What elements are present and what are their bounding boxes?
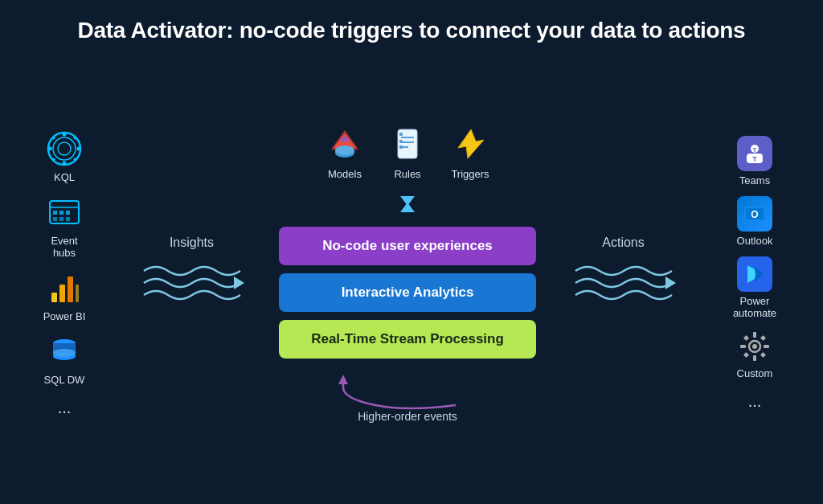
action-teams: T T Teams: [737, 136, 772, 186]
svg-point-6: [77, 147, 81, 151]
svg-point-5: [48, 147, 52, 151]
source-kql: KQL: [45, 129, 84, 183]
higher-order-section: Higher-order events: [327, 371, 488, 423]
models-item: Models: [326, 125, 364, 180]
svg-rect-14: [59, 211, 63, 215]
triggers-icon: [451, 125, 489, 163]
svg-point-27: [53, 349, 76, 357]
svg-text:T: T: [753, 146, 757, 154]
svg-rect-64: [760, 352, 766, 358]
left-sources-column: KQL Event hubs: [24, 129, 104, 417]
svg-rect-63: [743, 352, 749, 358]
actions-flow: Actions: [567, 236, 680, 311]
svg-rect-21: [68, 277, 73, 302]
rules-item: Rules: [388, 125, 427, 180]
power-automate-icon: [737, 256, 772, 292]
interactive-analytics-layer: Interactive Analytics: [279, 273, 536, 312]
custom-label: Custom: [737, 367, 773, 379]
svg-rect-60: [764, 345, 769, 348]
svg-rect-22: [76, 285, 79, 302]
svg-rect-59: [740, 345, 746, 348]
higher-order-arrow: [327, 371, 488, 410]
action-power-automate: Power automate: [733, 256, 776, 319]
teams-label: Teams: [739, 174, 770, 186]
insights-wave-arrow: [136, 255, 248, 311]
right-actions-column: T T Teams O Outlook: [710, 136, 799, 411]
svg-rect-17: [59, 217, 63, 221]
no-code-layer: No-code user experiences: [279, 227, 536, 265]
svg-rect-58: [753, 355, 756, 361]
kql-label: KQL: [54, 171, 75, 183]
left-more-dots: ...: [58, 399, 72, 417]
main-content: KQL Event hubs: [0, 51, 823, 487]
svg-point-10: [74, 158, 77, 162]
models-icon: [326, 125, 364, 163]
insights-label: Insights: [170, 236, 214, 250]
svg-rect-15: [66, 211, 70, 215]
svg-text:O: O: [751, 209, 758, 220]
higher-order-label: Higher-order events: [358, 410, 457, 423]
outlook-icon: O: [737, 196, 772, 232]
rules-label: Rules: [394, 168, 420, 180]
svg-point-2: [58, 142, 71, 155]
right-more-dots: ...: [748, 392, 762, 411]
source-event-hubs: Event hubs: [45, 193, 84, 259]
svg-point-8: [74, 137, 77, 140]
svg-rect-13: [53, 211, 57, 215]
svg-marker-45: [665, 277, 676, 289]
power-automate-label: Power automate: [733, 295, 776, 319]
triggers-item: Triggers: [451, 125, 489, 180]
svg-text:T: T: [752, 155, 757, 163]
center-section: Models Ru: [279, 125, 536, 423]
svg-point-3: [63, 133, 67, 137]
actions-label: Actions: [602, 236, 644, 250]
svg-point-4: [63, 162, 67, 166]
svg-rect-38: [399, 133, 403, 136]
svg-marker-44: [338, 375, 348, 384]
teams-icon: T T: [737, 136, 772, 171]
svg-point-1: [53, 137, 76, 160]
svg-point-9: [52, 158, 55, 162]
source-power-bi: Power BI: [43, 268, 86, 322]
svg-rect-62: [760, 335, 766, 341]
triggers-label: Triggers: [451, 168, 489, 180]
insights-flow: Insights: [136, 236, 248, 311]
top-icons-row: Models Ru: [326, 125, 489, 180]
models-label: Models: [328, 168, 362, 180]
action-custom: Custom: [737, 329, 773, 379]
svg-rect-61: [743, 335, 749, 341]
event-hubs-icon: [45, 193, 84, 232]
custom-icon: [737, 329, 772, 364]
svg-marker-43: [400, 203, 415, 212]
svg-point-56: [752, 344, 757, 349]
svg-rect-20: [59, 285, 65, 302]
actions-wave-arrow: [567, 255, 680, 311]
svg-rect-40: [399, 145, 403, 149]
bidirectional-arrows: [395, 193, 420, 215]
svg-point-32: [335, 145, 354, 155]
svg-rect-57: [753, 332, 756, 338]
sql-dw-label: SQL DW: [44, 374, 85, 386]
outlook-label: Outlook: [737, 235, 773, 247]
sql-dw-icon: [45, 332, 84, 371]
power-bi-label: Power BI: [43, 310, 86, 322]
svg-point-7: [52, 137, 55, 140]
svg-rect-16: [53, 217, 57, 221]
svg-rect-39: [399, 140, 403, 143]
realtime-stream-layer: Real-Time Stream Processing: [279, 320, 536, 359]
power-bi-icon: [45, 268, 84, 307]
layers-stack: No-code user experiences Interactive Ana…: [279, 227, 536, 359]
rules-icon: [388, 125, 427, 163]
action-outlook: O Outlook: [737, 196, 773, 247]
svg-rect-18: [66, 217, 70, 221]
svg-rect-19: [51, 293, 57, 302]
event-hubs-label: Event hubs: [51, 235, 77, 259]
source-sql-dw: SQL DW: [44, 332, 85, 386]
svg-marker-41: [458, 129, 484, 158]
kql-icon: [45, 129, 84, 168]
page-container: Data Activator: no-code triggers to conn…: [0, 0, 823, 487]
page-title: Data Activator: no-code triggers to conn…: [0, 0, 823, 51]
svg-marker-28: [234, 277, 244, 289]
